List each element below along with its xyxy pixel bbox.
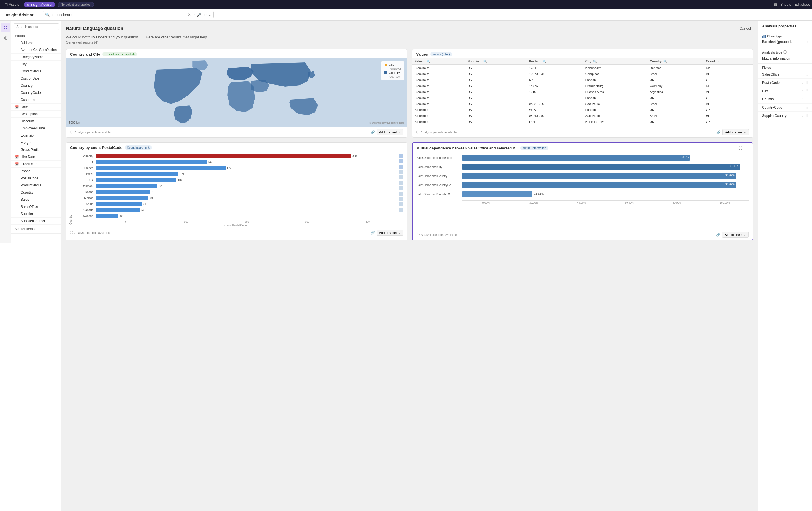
drag-handle[interactable]: ⠿ [805, 72, 808, 77]
bar-value: 172 [227, 167, 232, 170]
chart-footer-map: ⓘ Analysis periods available 🔗 Add to sh… [66, 127, 407, 138]
master-items-link[interactable]: Master items [11, 225, 61, 233]
top-nav: ◫ Assets ◈ Insight Advisor No selections… [0, 0, 812, 9]
field-item-extension[interactable]: Extension [11, 132, 61, 139]
right-field-item-city[interactable]: City › ⠿ [758, 87, 812, 95]
chart-header-map: Country and City Breakdown (geospatial) [66, 49, 407, 58]
right-field-item-suppliercountry[interactable]: SupplierCountry › ⠿ [758, 112, 812, 120]
analysis-type-info-icon[interactable]: ⓘ [783, 50, 787, 55]
field-item-categoryname[interactable]: CategoryName [11, 54, 61, 61]
bar-row: Ireland 72 [73, 190, 398, 194]
field-chevron[interactable]: › [802, 72, 804, 77]
drag-handle[interactable]: ⠿ [805, 97, 808, 101]
link-icon-values[interactable]: 🔗 [717, 130, 721, 134]
mutual-bar-wrap: 95.62% [462, 182, 749, 188]
mutual-label: SalesOffice and PostalCode [416, 156, 462, 159]
sidebar-panel: Fields AddressAverageCallSatisfactionCat… [0, 21, 61, 243]
field-chevron[interactable]: › [802, 89, 804, 93]
field-item-orderdate[interactable]: 📅OrderDate [11, 160, 61, 168]
field-item-freight[interactable]: Freight [11, 139, 61, 146]
field-item-quantity[interactable]: Quantity [11, 189, 61, 196]
chart-footer-right-values: 🔗 Add to sheet ⌄ [717, 129, 749, 135]
search-input[interactable] [51, 12, 187, 17]
right-field-item-salesoffice[interactable]: SalesOffice › ⠿ [758, 70, 812, 79]
field-item-customer[interactable]: Customer [11, 96, 61, 103]
right-field-item-postalcode[interactable]: PostalCode › ⠿ [758, 79, 812, 87]
field-item-address[interactable]: Address [11, 39, 61, 47]
link-icon-mutual[interactable]: 🔗 [716, 233, 720, 237]
add-to-sheet-btn-mutual[interactable]: Add to sheet ⌄ [722, 232, 749, 238]
field-item-sales[interactable]: Sales [11, 196, 61, 203]
drag-handle[interactable]: ⠿ [805, 114, 808, 118]
bar-label: Mexico [73, 197, 93, 200]
field-label: Supplier [21, 212, 33, 216]
field-item-productname[interactable]: ProductName [11, 182, 61, 189]
add-to-sheet-btn-map[interactable]: Add to sheet ⌄ [377, 129, 403, 135]
link-icon-map[interactable]: 🔗 [371, 130, 375, 134]
info-icon-map: ⓘ [70, 130, 73, 134]
field-item-contactname[interactable]: ContactName [11, 68, 61, 75]
field-chevron[interactable]: › [802, 81, 804, 85]
field-item-salesoffice[interactable]: SalesOffice [11, 203, 61, 210]
right-field-item-country[interactable]: Country › ⠿ [758, 95, 812, 103]
field-item-hiredate[interactable]: 📅Hire Date [11, 153, 61, 160]
field-chevron[interactable]: › [802, 97, 804, 101]
field-item-date[interactable]: 📅Date [11, 103, 61, 111]
legend-area-layer: Area layer [389, 75, 401, 78]
field-chevron[interactable]: › [802, 106, 804, 110]
field-item-phone[interactable]: Phone [11, 168, 61, 175]
field-item-country[interactable]: Country [11, 82, 61, 89]
link-icon-bar[interactable]: 🔗 [371, 231, 375, 235]
map-container[interactable]: City Point layer Country Area layer [66, 58, 407, 127]
chart-type-value[interactable]: Bar chart (grouped) › [762, 40, 808, 44]
field-item-countrycode[interactable]: CountryCode [11, 89, 61, 96]
sheets-label[interactable]: Sheets [780, 3, 791, 6]
field-item-description[interactable]: Description [11, 111, 61, 118]
field-item-postalcode[interactable]: PostalCode [11, 175, 61, 182]
field-chevron[interactable]: › [802, 114, 804, 118]
mutual-bar-wrap: 24.44% [462, 191, 749, 197]
sidebar-collapse[interactable]: ← [11, 233, 61, 242]
field-item-suppliercontact[interactable]: SupplierContact [11, 217, 61, 225]
assets-nav-item[interactable]: ◫ Assets [2, 1, 21, 8]
calendar-icon: 📅 [15, 162, 19, 166]
legend-point-layer: Point layer [389, 67, 401, 70]
fields-icon[interactable] [1, 23, 10, 32]
mic-icon[interactable]: 🎤 [197, 12, 201, 17]
field-item-averagecallsatisfaction[interactable]: AverageCallSatisfaction [11, 47, 61, 54]
field-label: City [21, 62, 27, 66]
search-assets-input[interactable] [14, 23, 59, 30]
master-items-icon[interactable] [1, 34, 10, 43]
bar-value: 109 [179, 173, 184, 176]
right-field-item-countrycode[interactable]: CountryCode › ⠿ [758, 103, 812, 112]
drag-handle[interactable]: ⠿ [805, 89, 808, 93]
add-to-sheet-btn-bar[interactable]: Add to sheet ⌄ [377, 230, 403, 236]
table-row: StockholmUK1010Buenos AiresArgentinaAR [412, 89, 753, 95]
calendar-icon: 📅 [15, 155, 19, 159]
drag-handle[interactable]: ⠿ [805, 105, 808, 110]
mutual-label: SalesOffice and SupplierC... [416, 193, 462, 196]
bar-wrap: 172 [95, 166, 398, 170]
chart-more-btn[interactable]: ⋯ [745, 146, 749, 150]
mutual-axis: 0.00%20.00%40.00%60.00%80.00%100.00% [462, 201, 749, 204]
field-item-city[interactable]: City [11, 61, 61, 68]
field-item-discount[interactable]: Discount [11, 118, 61, 125]
edit-sheet-label[interactable]: Edit sheet [794, 3, 810, 6]
field-item-grossprofit[interactable]: Gross Profit [11, 146, 61, 153]
mutual-value-outside: 24.44% [534, 193, 544, 196]
chart-expand-btn[interactable]: ⛶ [738, 146, 743, 150]
language-selector[interactable]: en ⌄ [204, 13, 211, 17]
cancel-button[interactable]: Cancel [737, 25, 753, 32]
close-icon[interactable]: ✕ [188, 12, 191, 17]
mutual-row: SalesOffice and PostalCode 79.50% [416, 155, 749, 160]
field-item-employeename[interactable]: EmployeeName [11, 125, 61, 132]
add-to-sheet-btn-values[interactable]: Add to sheet ⌄ [722, 129, 749, 135]
values-table-container[interactable]: Sales... 🔍 Supplie... 🔍 Postal... 🔍 City… [412, 58, 753, 127]
field-item-supplier[interactable]: Supplier [11, 210, 61, 217]
bar-row: Mexico 70 [73, 196, 398, 200]
drag-handle[interactable]: ⠿ [805, 81, 808, 85]
bar-row: Brazil 109 [73, 172, 398, 176]
field-item-costofsale[interactable]: Cost of Sale [11, 75, 61, 82]
insight-advisor-nav-item[interactable]: ◈ Insight Advisor [24, 2, 55, 7]
chart-card-mutual: Mutual dependency between SalesOffice an… [412, 142, 754, 240]
